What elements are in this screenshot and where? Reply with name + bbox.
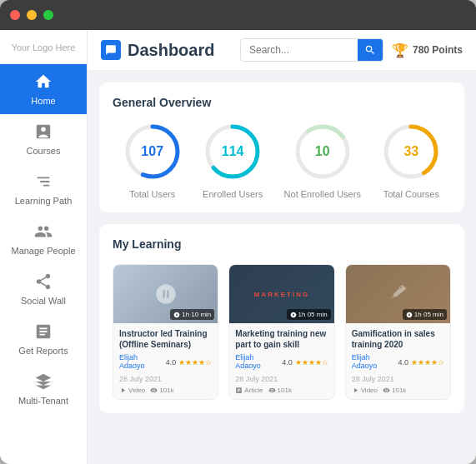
circle-enrolled-users: 114 — [203, 122, 262, 181]
sidebar-label-learning-path: Learning Path — [15, 196, 73, 206]
duration-badge-2: 1h 05 min — [287, 309, 331, 320]
expand-dot[interactable] — [43, 10, 53, 20]
duration-text-2: 1h 05 min — [298, 311, 328, 318]
duration-badge-3: 1h 05 min — [403, 309, 447, 320]
course-author-1: Elijah Adaoyo — [119, 353, 163, 370]
app-window: Your Logo Here Home Courses — [0, 0, 476, 464]
get-reports-icon — [34, 322, 53, 342]
overview-card: General Overview 107 Total Use — [99, 82, 464, 212]
stat-value-enrolled-users: 114 — [222, 144, 244, 159]
sidebar-label-multi-tenant: Multi-Tenant — [18, 396, 68, 406]
overview-title: General Overview — [113, 96, 451, 109]
search-input[interactable] — [241, 40, 358, 60]
course-meta-1: Video 101k — [119, 387, 212, 394]
circle-total-courses: 33 — [382, 122, 440, 181]
meta-views-1: 101k — [150, 387, 173, 394]
meta-type-1: Video — [119, 387, 145, 394]
meta-type-2: Article — [235, 387, 263, 394]
sidebar-label-social-wall: Social Wall — [21, 296, 66, 306]
my-learning-card: My Learning 1h 10 min — [99, 224, 464, 413]
course-thumb-1: 1h 10 min — [113, 265, 218, 323]
search-button[interactable] — [358, 39, 383, 61]
meta-type-3: Video — [352, 387, 378, 394]
page-title: Dashboard — [128, 41, 214, 60]
stat-total-users: 107 Total Users — [123, 122, 182, 199]
course-info-1: Instructor led Training (Offline Seminar… — [113, 323, 218, 399]
course-title-3: Gamification in sales training 2020 — [352, 328, 444, 350]
rating-row-2: Elijah Adaoyo 4.0 ★★★★☆ — [235, 353, 328, 372]
sidebar-label-manage-people: Manage People — [11, 246, 75, 256]
stars-2: ★★★★☆ — [295, 358, 328, 367]
stat-enrolled-users: 114 Enrolled Users — [203, 122, 263, 199]
course-author-3: Elijah Adaoyo — [352, 353, 396, 370]
stat-total-courses: 33 Total Courses — [382, 122, 440, 199]
duration-text-1: 1h 10 min — [182, 311, 211, 318]
rating-row-3: Elijah Adaoyo 4.0 ★★★★☆ — [352, 353, 444, 372]
multi-tenant-icon — [34, 372, 53, 392]
course-card-3[interactable]: 1h 05 min Gamification in sales training… — [345, 264, 451, 400]
meta-views-2: 101k — [268, 387, 292, 394]
dashboard-icon — [101, 40, 121, 60]
course-title-2: Marketing training new part to gain skil… — [235, 328, 328, 350]
sidebar: Your Logo Here Home Courses — [0, 30, 88, 464]
rating-num-3: 4.0 — [398, 358, 408, 367]
sidebar-item-courses[interactable]: Courses — [0, 114, 87, 164]
social-wall-icon — [34, 272, 53, 292]
sidebar-item-manage-people[interactable]: Manage People — [0, 214, 87, 264]
learning-grid: 1h 10 min Instructor led Training (Offli… — [113, 264, 451, 400]
sidebar-label-get-reports: Get Reports — [18, 346, 68, 356]
scroll-area: General Overview 107 Total Use — [88, 71, 476, 464]
learning-path-icon — [34, 172, 53, 192]
app-body: Your Logo Here Home Courses — [0, 30, 476, 464]
logo-area: Your Logo Here — [0, 30, 87, 64]
sidebar-item-learning-path[interactable]: Learning Path — [0, 164, 87, 214]
minimize-dot[interactable] — [27, 10, 37, 20]
stat-label-not-enrolled-users: Not Enrolled Users — [284, 189, 361, 199]
course-info-2: Marketing training new part to gain skil… — [229, 323, 333, 399]
stat-value-total-users: 107 — [141, 144, 163, 159]
sidebar-item-get-reports[interactable]: Get Reports — [0, 314, 87, 364]
manage-people-icon — [34, 222, 53, 242]
course-author-2: Elijah Adaoyo — [235, 353, 279, 370]
course-card-2[interactable]: MARKETING 1h 05 min Marketing training n… — [228, 264, 334, 400]
meta-views-3: 101k — [383, 387, 406, 394]
course-title-1: Instructor led Training (Offline Seminar… — [119, 328, 212, 350]
course-info-3: Gamification in sales training 2020 Elij… — [346, 323, 450, 399]
trophy-icon: 🏆 — [392, 42, 408, 58]
sidebar-item-home[interactable]: Home — [0, 64, 87, 114]
stat-value-total-courses: 33 — [403, 144, 418, 159]
circle-total-users: 107 — [123, 122, 182, 181]
overview-stats: 107 Total Users 114 — [113, 122, 451, 199]
stat-label-enrolled-users: Enrolled Users — [203, 189, 263, 199]
home-icon — [34, 72, 53, 92]
course-date-1: 28 July 2021 — [119, 375, 212, 383]
course-card-1[interactable]: 1h 10 min Instructor led Training (Offli… — [113, 264, 218, 400]
sidebar-label-courses: Courses — [27, 146, 61, 156]
stat-label-total-users: Total Users — [129, 189, 175, 199]
course-meta-3: Video 101k — [352, 387, 444, 394]
close-dot[interactable] — [10, 10, 20, 20]
main-content: Dashboard 🏆 780 Points General Overvie — [88, 30, 476, 464]
stat-label-total-courses: Total Courses — [383, 189, 439, 199]
search-bar — [240, 38, 383, 62]
header: Dashboard 🏆 780 Points — [88, 30, 476, 71]
sidebar-item-social-wall[interactable]: Social Wall — [0, 264, 87, 314]
duration-badge-1: 1h 10 min — [170, 309, 214, 320]
course-date-3: 28 July 2021 — [352, 375, 444, 383]
stars-3: ★★★★☆ — [411, 358, 444, 367]
points-badge: 🏆 780 Points — [392, 42, 463, 58]
points-text: 780 Points — [413, 44, 463, 56]
my-learning-title: My Learning — [113, 237, 451, 251]
sidebar-label-home: Home — [31, 96, 55, 106]
stat-not-enrolled-users: 10 Not Enrolled Users — [284, 122, 361, 199]
stat-value-not-enrolled-users: 10 — [315, 144, 330, 159]
rating-row-1: Elijah Adaoyo 4.0 ★★★★☆ — [119, 353, 212, 372]
rating-num-2: 4.0 — [282, 358, 293, 367]
sidebar-item-multi-tenant[interactable]: Multi-Tenant — [0, 364, 87, 414]
page-title-area: Dashboard — [101, 40, 232, 60]
course-date-2: 28 July 2021 — [235, 375, 328, 383]
course-meta-2: Article 101k — [235, 387, 328, 394]
title-bar — [0, 0, 476, 30]
circle-not-enrolled-users: 10 — [293, 122, 352, 181]
courses-icon — [34, 122, 53, 142]
